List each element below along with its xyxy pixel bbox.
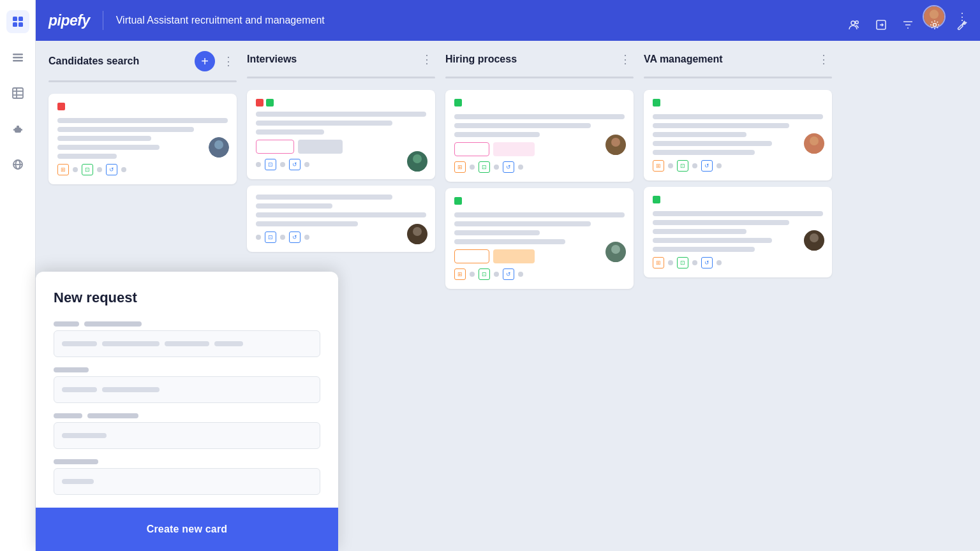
svg-rect-4 (13, 54, 23, 55)
dot (716, 260, 722, 265)
dot (73, 167, 78, 172)
logo-text: pipefy (48, 12, 90, 29)
card-hp-1[interactable]: ⊞ ⊡ ↺ (445, 90, 634, 182)
card-tags (454, 249, 625, 263)
input-skeleton (214, 341, 243, 346)
panel-content: New request (36, 272, 338, 495)
input-skeleton (62, 433, 107, 438)
card-int-2[interactable]: ⊡ ↺ (247, 186, 435, 252)
svg-point-14 (18, 129, 19, 131)
card-icon-blue: ↺ (106, 164, 117, 175)
column-bar-va (644, 77, 832, 78)
card-icon-green: ⊡ (479, 161, 490, 173)
tag-orange-outline (454, 249, 489, 263)
skeleton (454, 114, 625, 119)
label-bar (54, 321, 79, 327)
label-bar (54, 459, 98, 464)
skeleton (256, 121, 392, 126)
dot (668, 260, 673, 265)
skeleton (454, 239, 565, 244)
card-avatar-int1 (407, 151, 427, 172)
svg-point-28 (413, 154, 422, 163)
column-more-candidates[interactable]: ⋮ (220, 53, 237, 70)
svg-point-23 (856, 21, 858, 24)
svg-rect-11 (15, 128, 21, 133)
card-va-2[interactable]: ⊞ ⊡ ↺ (644, 187, 832, 277)
dot (494, 272, 499, 277)
skeleton (653, 141, 772, 146)
dot (280, 162, 285, 167)
header-title: Virtual Assistant recruitment and manage… (116, 15, 967, 26)
field-input-1[interactable] (54, 330, 320, 357)
svg-point-39 (806, 243, 822, 251)
card-icon-green: ⊡ (677, 257, 688, 268)
svg-rect-0 (13, 17, 17, 21)
dot (470, 272, 475, 277)
svg-rect-7 (13, 88, 23, 98)
dot (668, 163, 673, 168)
card-icon-blue: ↺ (701, 257, 713, 268)
skeleton (653, 132, 746, 137)
column-more-hiring[interactable]: ⋮ (617, 51, 634, 68)
svg-point-26 (214, 140, 223, 149)
svg-point-22 (851, 21, 855, 25)
new-request-panel: New request (36, 272, 338, 551)
create-new-card-button[interactable]: Create new card (36, 508, 338, 551)
dot (470, 165, 475, 170)
card-avatar-cs1 (209, 137, 229, 158)
enter-icon[interactable] (873, 17, 889, 36)
card-icon-orange: ⊞ (653, 257, 664, 268)
people-icon[interactable] (846, 17, 863, 36)
skeleton (256, 203, 332, 209)
svg-rect-1 (19, 17, 23, 21)
header-divider (103, 11, 103, 30)
card-int-1[interactable]: ⊡ ↺ (247, 90, 435, 179)
gear-icon[interactable] (926, 17, 943, 36)
wrench-icon[interactable] (953, 17, 970, 36)
card-icon-green: ⊡ (677, 160, 688, 172)
filter-icon[interactable] (900, 17, 916, 36)
card-icons-row: ⊞ ⊡ ↺ (454, 161, 625, 173)
card-hp-2[interactable]: ⊞ ⊡ ↺ (445, 188, 634, 289)
skeleton (653, 229, 746, 234)
dot (304, 162, 309, 167)
column-header-interviews: Interviews ⋮ (247, 51, 435, 68)
svg-rect-3 (19, 22, 23, 27)
card-indicator-red (256, 99, 264, 107)
logo: pipefy (48, 12, 90, 29)
tag-pink-outline (454, 142, 489, 156)
skeleton (57, 127, 194, 132)
svg-rect-6 (13, 60, 23, 62)
dot (256, 162, 261, 167)
card-icons-row: ⊞ ⊡ ↺ (653, 160, 823, 172)
svg-rect-15 (13, 129, 15, 131)
skeleton (454, 123, 591, 128)
card-icons-row: ⊞ ⊡ ↺ (454, 268, 625, 280)
card-cs-1[interactable]: ⊞ ⊡ ↺ (48, 94, 237, 184)
field-input-2[interactable] (54, 376, 320, 403)
svg-point-31 (410, 237, 425, 244)
field-input-3[interactable] (54, 422, 320, 449)
sidebar-item-globe[interactable] (6, 153, 29, 176)
add-card-button-candidates[interactable]: + (195, 51, 215, 71)
field-input-4[interactable] (54, 468, 320, 495)
panel-title: New request (54, 290, 320, 306)
sidebar-item-robot[interactable] (6, 117, 29, 140)
column-more-interviews[interactable]: ⋮ (419, 51, 435, 68)
sidebar-item-grid[interactable] (6, 10, 29, 33)
card-avatar-int2 (407, 224, 427, 244)
card-icon-blue: ⊡ (265, 231, 276, 243)
dot (518, 272, 523, 277)
dot (716, 163, 722, 168)
dot (692, 260, 697, 265)
skeleton (57, 145, 160, 150)
svg-rect-2 (13, 22, 17, 27)
sidebar-item-list[interactable] (6, 46, 29, 69)
column-more-va[interactable]: ⋮ (815, 51, 832, 68)
column-header-hiring: Hiring process ⋮ (445, 51, 634, 68)
card-icons-row: ⊞ ⊡ ↺ (57, 164, 228, 175)
column-header-va: VA management ⋮ (644, 51, 832, 68)
card-va-1[interactable]: ⊞ ⊡ ↺ (644, 90, 832, 180)
sidebar-item-table[interactable] (6, 82, 29, 105)
label-bar (54, 413, 82, 418)
